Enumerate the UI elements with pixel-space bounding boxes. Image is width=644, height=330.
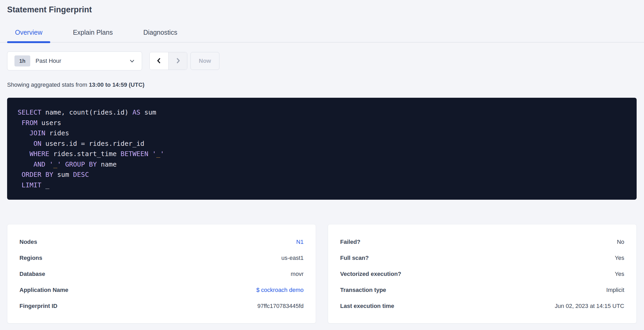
next-time-interval-button[interactable]: [168, 52, 187, 70]
sql-text: rides: [45, 129, 69, 137]
sql-text: [18, 140, 33, 147]
sql-keyword: ORDER: [22, 171, 41, 178]
sql-keyword: SELECT: [18, 109, 41, 116]
sql-literal: ': [49, 161, 53, 168]
info-value-link-nodes[interactable]: N1: [296, 239, 304, 245]
info-value: Yes: [615, 255, 624, 261]
sql-text: [85, 161, 89, 168]
info-row-failed: Failed?No: [340, 234, 624, 250]
sql-text: [18, 181, 22, 189]
statement-details-card: NodesN1Regionsus-east1DatabasemovrApplic…: [7, 224, 316, 323]
time-interval-dropdown[interactable]: 1h Past Hour: [7, 51, 142, 70]
info-value: Implicit: [606, 287, 624, 293]
sql-keyword: JOIN: [29, 129, 45, 137]
time-interval-badge: 1h: [14, 55, 30, 66]
stats-caption-prefix: Showing aggregated stats from: [7, 81, 89, 88]
info-row-full-scan: Full scan?Yes: [340, 250, 624, 266]
sql-keyword: BY: [45, 171, 53, 178]
sql-text: users.id = rides.rider_id: [41, 140, 144, 147]
sql-keyword: WHERE: [29, 150, 49, 158]
info-label: Transaction type: [340, 287, 386, 293]
time-interval-label: Past Hour: [36, 58, 61, 64]
info-row-last-execution-time: Last execution timeJun 02, 2023 at 14:15…: [340, 298, 624, 314]
sql-literal: _: [156, 150, 160, 158]
info-label: Regions: [19, 255, 42, 261]
sql-keyword: FROM: [22, 119, 37, 127]
info-label: Nodes: [19, 239, 37, 245]
info-value: 97ffc170783445fd: [257, 303, 304, 310]
sql-keyword: BY: [89, 161, 97, 168]
tab-diagnostics[interactable]: Diagnostics: [135, 28, 185, 42]
tab-overview[interactable]: Overview: [7, 28, 50, 42]
sql-text: [148, 150, 152, 158]
info-value: Jun 02, 2023 at 14:15 UTC: [555, 303, 624, 310]
sql-keyword: GROUP: [65, 161, 85, 168]
sql-literal: ': [160, 150, 164, 158]
sql-literal: _: [53, 161, 57, 168]
info-label: Database: [19, 271, 45, 277]
sql-text: [18, 119, 22, 127]
sql-text: [18, 171, 22, 178]
sql-text: sum: [140, 109, 156, 116]
info-row-vectorized-execution: Vectorized execution?Yes: [340, 266, 624, 282]
sql-text: name: [97, 161, 117, 168]
info-row-nodes: NodesN1: [19, 234, 304, 250]
sql-text: sum: [53, 171, 73, 178]
sql-keyword: AND: [33, 161, 45, 168]
time-shift-button-group: [149, 52, 187, 70]
page-title: Statement Fingerprint: [7, 4, 637, 16]
sql-text: [18, 129, 29, 137]
tab-explain-plans[interactable]: Explain Plans: [65, 28, 120, 42]
tab-bar: OverviewExplain PlansDiagnostics: [0, 28, 644, 43]
info-row-transaction-type: Transaction typeImplicit: [340, 282, 624, 298]
info-label: Application Name: [19, 287, 68, 293]
sql-keyword: DESC: [73, 171, 89, 178]
sql-text: rides.start_time: [49, 150, 120, 158]
execution-attributes-card: Failed?NoFull scan?YesVectorized executi…: [328, 224, 637, 323]
info-value: No: [617, 239, 624, 245]
sql-text: _: [41, 181, 49, 189]
info-row-regions: Regionsus-east1: [19, 250, 304, 266]
sql-keyword: LIMIT: [22, 181, 41, 189]
info-label: Vectorized execution?: [340, 271, 401, 277]
sql-text: name, count(rides.id): [41, 109, 132, 116]
chevron-right-icon: [174, 57, 182, 65]
info-label: Full scan?: [340, 255, 369, 261]
now-button[interactable]: Now: [190, 52, 219, 70]
info-label: Failed?: [340, 239, 360, 245]
stats-caption-range: 13:00 to 14:59 (UTC): [89, 81, 145, 88]
sql-keyword: BETWEEN: [120, 150, 148, 158]
info-label: Last execution time: [340, 303, 394, 310]
chevron-down-icon: [129, 58, 135, 64]
sql-text: [18, 150, 29, 158]
sql-literal: ': [152, 150, 156, 158]
summary-cards: NodesN1Regionsus-east1DatabasemovrApplic…: [7, 224, 637, 323]
sql-statement-box: SELECT name, count(rides.id) AS sum FROM…: [7, 98, 637, 200]
sql-text: [45, 161, 49, 168]
aggregated-stats-caption: Showing aggregated stats from 13:00 to 1…: [7, 81, 637, 88]
statement-fingerprint-page: Statement Fingerprint OverviewExplain Pl…: [0, 4, 644, 323]
info-label: Fingerprint ID: [19, 303, 57, 310]
info-value: Yes: [615, 271, 624, 277]
sql-text: [18, 161, 33, 168]
sql-text: [41, 171, 45, 178]
info-row-application-name: Application Name$ cockroach demo: [19, 282, 304, 298]
info-value: movr: [291, 271, 304, 277]
info-row-fingerprint-id: Fingerprint ID97ffc170783445fd: [19, 298, 304, 314]
info-row-database: Databasemovr: [19, 266, 304, 282]
sql-text: users: [37, 119, 61, 127]
sql-keyword: ON: [33, 140, 41, 147]
sql-keyword: AS: [133, 109, 140, 116]
time-controls: 1h Past Hour: [7, 51, 637, 70]
sql-literal: ': [57, 161, 61, 168]
info-value: us-east1: [281, 255, 304, 261]
info-value-link-application-name[interactable]: $ cockroach demo: [256, 287, 304, 293]
chevron-left-icon: [155, 57, 163, 65]
prev-time-interval-button[interactable]: [150, 52, 168, 70]
sql-statement-text: SELECT name, count(rides.id) AS sum FROM…: [18, 107, 626, 190]
sql-text: [61, 161, 65, 168]
